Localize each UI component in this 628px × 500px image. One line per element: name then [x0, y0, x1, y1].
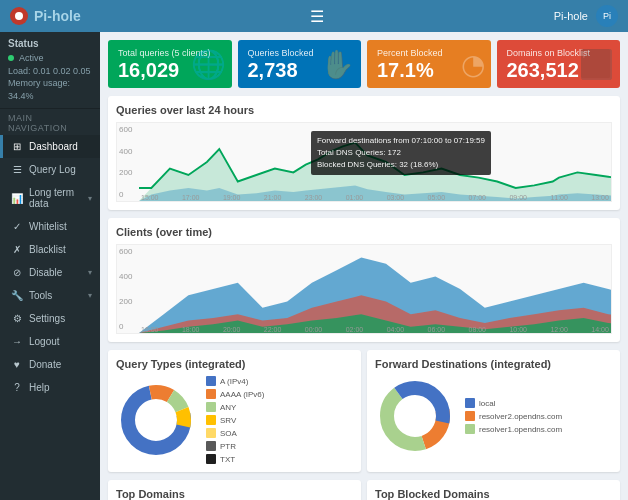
forward-destinations-donut-area: local resolver2.opendns.com resolver1.op…: [375, 376, 612, 456]
legend-color-ptr: [206, 441, 216, 451]
sidebar-item-querylog[interactable]: ☰ Query Log: [0, 158, 100, 181]
forward-destinations-section: Forward Destinations (integrated) local: [367, 350, 620, 472]
sidebar-item-logout[interactable]: → Logout: [0, 330, 100, 353]
top-blocked-domains-section: Top Blocked Domains: [367, 480, 620, 500]
list-icon: ⬛: [579, 48, 614, 81]
sidebar-item-help[interactable]: ? Help: [0, 376, 100, 399]
settings-icon: ⚙: [11, 313, 23, 324]
dashboard-icon: ⊞: [11, 141, 23, 152]
nav-label: MAIN NAVIGATION: [0, 109, 100, 135]
clients-line-chart: 600 400 200 0 16:00 18:00 20:00: [116, 244, 612, 334]
stat-blocklist: Domains on Blocklist 263,512 ⬛: [497, 40, 621, 88]
status-load: Load: 0.01 0.02 0.05: [8, 65, 92, 78]
pie-icon: ◔: [461, 48, 485, 81]
sidebar-item-whitelist[interactable]: ✓ Whitelist: [0, 215, 100, 238]
legend-color-resolver1: [465, 424, 475, 434]
stat-percent: Percent Blocked 17.1% ◔: [367, 40, 491, 88]
status-title: Status: [8, 38, 92, 49]
clients-x-labels: 16:00 18:00 20:00 22:00 00:00 02:00 04:0…: [139, 326, 611, 333]
forward-destinations-title: Forward Destinations (integrated): [375, 358, 612, 370]
query-types-section: Query Types (integrated) A (IPv4): [108, 350, 361, 472]
top-blocked-domains-title: Top Blocked Domains: [375, 488, 612, 500]
sidebar-status: Status Active Load: 0.01 0.02 0.05 Memor…: [0, 32, 100, 109]
legend-color-txt: [206, 454, 216, 464]
chart-tooltip: Forward destinations from 07:10:00 to 07…: [311, 131, 491, 175]
sidebar-item-tools[interactable]: 🔧 Tools ▾: [0, 284, 100, 307]
layout: Status Active Load: 0.01 0.02 0.05 Memor…: [0, 32, 628, 500]
legend-color-local: [465, 398, 475, 408]
sidebar-item-settings[interactable]: ⚙ Settings: [0, 307, 100, 330]
stat-total-queries: Total queries (5 clients) 16,029 🌐: [108, 40, 232, 88]
legend-item-txt: TXT: [206, 454, 264, 464]
tooltip-title: Forward destinations from 07:10:00 to 07…: [317, 135, 485, 147]
query-types-donut: [116, 380, 196, 460]
queries-y-labels: 600 400 200 0: [117, 123, 139, 201]
header-right: Pi-hole Pi: [554, 5, 618, 27]
sidebar-item-blacklist[interactable]: ✗ Blacklist: [0, 238, 100, 261]
hand-icon: ✋: [320, 48, 355, 81]
legend-color-resolver2: [465, 411, 475, 421]
legend-color-srv: [206, 415, 216, 425]
menu-toggle[interactable]: ☰: [310, 7, 324, 26]
status-dot-active: [8, 55, 14, 61]
legend-color-soa: [206, 428, 216, 438]
queries-chart-section: Queries over last 24 hours 600 400 200 0: [108, 96, 620, 210]
queries-line-chart: 600 400 200 0 Forward destinations from …: [116, 122, 612, 202]
clients-y-labels: 600 400 200 0: [117, 245, 139, 333]
clients-chart-section: Clients (over time) 600 400 200 0: [108, 218, 620, 342]
legend-item-resolver2: resolver2.opendns.com: [465, 411, 562, 421]
queries-chart-title: Queries over last 24 hours: [116, 104, 612, 116]
logo: Pi-hole: [10, 7, 81, 25]
legend-item-a: A (IPv4): [206, 376, 264, 386]
whitelist-icon: ✓: [11, 221, 23, 232]
header: Pi-hole ☰ Pi-hole Pi: [0, 0, 628, 32]
query-types-donut-area: A (IPv4) AAAA (IPv6) ANY SRV: [116, 376, 353, 464]
avatar: Pi: [596, 5, 618, 27]
legend-item-soa: SOA: [206, 428, 264, 438]
tooltip-line2: Blocked DNS Queries: 32 (18.6%): [317, 159, 485, 171]
sidebar-item-disable[interactable]: ⊘ Disable ▾: [0, 261, 100, 284]
sidebar-item-longterm[interactable]: 📊 Long term data ▾: [0, 181, 100, 215]
query-types-title: Query Types (integrated): [116, 358, 353, 370]
clients-svg: [139, 245, 612, 333]
logo-text: Pi-hole: [34, 8, 81, 24]
chevron-down-icon: ▾: [88, 194, 92, 203]
help-icon: ?: [11, 382, 23, 393]
query-types-legend: A (IPv4) AAAA (IPv6) ANY SRV: [206, 376, 264, 464]
top-domains-title: Top Domains: [116, 488, 353, 500]
legend-color-any: [206, 402, 216, 412]
main-content: Total queries (5 clients) 16,029 🌐 Queri…: [100, 32, 628, 500]
chevron-down-icon-disable: ▾: [88, 268, 92, 277]
forward-destinations-legend: local resolver2.opendns.com resolver1.op…: [465, 398, 562, 434]
svg-point-9: [141, 405, 171, 435]
bottom-row: Top Domains Top Blocked Domains: [108, 480, 620, 500]
tools-icon: 🔧: [11, 290, 23, 301]
legend-color-aaaa: [206, 389, 216, 399]
sidebar-item-donate[interactable]: ♥ Donate: [0, 353, 100, 376]
top-domains-section: Top Domains: [108, 480, 361, 500]
donate-icon: ♥: [11, 359, 23, 370]
status-active: Active: [8, 52, 92, 65]
querylog-icon: ☰: [11, 164, 23, 175]
donut-charts-row: Query Types (integrated) A (IPv4): [108, 350, 620, 472]
forward-destinations-donut: [375, 376, 455, 456]
legend-item-srv: SRV: [206, 415, 264, 425]
tooltip-line1: Total DNS Queries: 172: [317, 147, 485, 159]
sidebar-item-dashboard[interactable]: ⊞ Dashboard: [0, 135, 100, 158]
logo-icon: [10, 7, 28, 25]
chevron-down-icon-tools: ▾: [88, 291, 92, 300]
disable-icon: ⊘: [11, 267, 23, 278]
clients-chart-title: Clients (over time): [116, 226, 612, 238]
globe-icon: 🌐: [191, 48, 226, 81]
logout-icon: →: [11, 336, 23, 347]
stat-blocked: Queries Blocked 2,738 ✋: [238, 40, 362, 88]
legend-item-any: ANY: [206, 402, 264, 412]
sidebar: Status Active Load: 0.01 0.02 0.05 Memor…: [0, 32, 100, 500]
legend-item-resolver1: resolver1.opendns.com: [465, 424, 562, 434]
queries-x-labels: 15:00 17:00 19:00 21:00 23:00 01:00 03:0…: [139, 194, 611, 201]
svg-point-13: [400, 401, 430, 431]
username: Pi-hole: [554, 10, 588, 22]
status-memory: Memory usage: 34.4%: [8, 77, 92, 102]
stats-row: Total queries (5 clients) 16,029 🌐 Queri…: [108, 40, 620, 88]
legend-item-local: local: [465, 398, 562, 408]
